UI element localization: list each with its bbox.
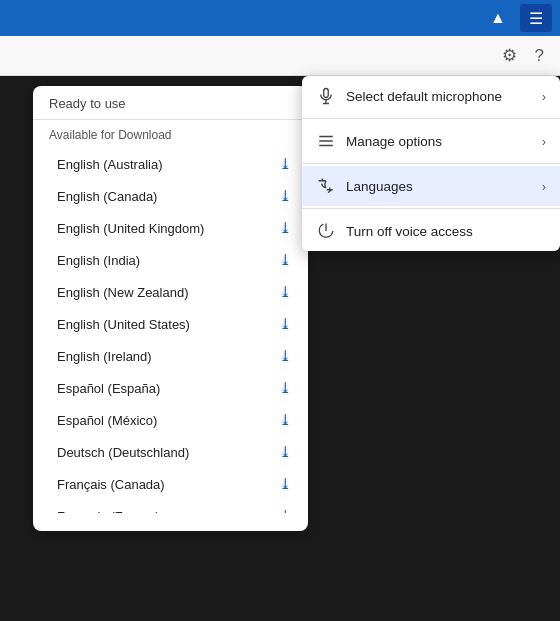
download-icon: ⤓ [279, 315, 292, 333]
language-name: Français (France) [57, 509, 160, 514]
available-section: Available for Download [33, 120, 308, 148]
menu-button[interactable]: ☰ [520, 4, 552, 32]
available-label: Available for Download [49, 128, 292, 142]
download-icon: ⤓ [279, 507, 292, 513]
language-list[interactable]: English (Australia) ⤓ English (Canada) ⤓… [33, 148, 308, 513]
main-area: Ready to use Available for Download Engl… [0, 76, 560, 621]
panel-header: Ready to use [33, 86, 308, 120]
menu-item-label: Manage options [346, 134, 442, 149]
language-item[interactable]: Español (México) ⤓ [33, 404, 308, 436]
manage-options-icon [316, 131, 336, 151]
left-panel: Ready to use Available for Download Engl… [33, 86, 308, 531]
language-name: English (New Zealand) [57, 285, 189, 300]
settings-icon: ⚙ [502, 45, 517, 66]
language-item[interactable]: English (Australia) ⤓ [33, 148, 308, 180]
menu-item-turn-off[interactable]: Turn off voice access [302, 211, 560, 251]
menu-item-content: Languages [316, 176, 413, 196]
top-bar: ▲ ☰ [0, 0, 560, 36]
language-name: English (United States) [57, 317, 190, 332]
menu-icon: ☰ [529, 9, 543, 28]
menu-item-manage-options[interactable]: Manage options › [302, 121, 560, 161]
language-item[interactable]: Deutsch (Deutschland) ⤓ [33, 436, 308, 468]
select-mic-icon [316, 86, 336, 106]
icon-row: ⚙ ? [0, 36, 560, 76]
help-button[interactable]: ? [531, 42, 548, 70]
chevron-up-button[interactable]: ▲ [482, 4, 514, 32]
language-item[interactable]: Français (France) ⤓ [33, 500, 308, 513]
language-name: Español (España) [57, 381, 160, 396]
language-item[interactable]: Español (España) ⤓ [33, 372, 308, 404]
language-item[interactable]: English (United Kingdom) ⤓ [33, 212, 308, 244]
languages-icon [316, 176, 336, 196]
menu-divider [302, 163, 560, 164]
download-icon: ⤓ [279, 155, 292, 173]
language-item[interactable]: English (Canada) ⤓ [33, 180, 308, 212]
language-name: Deutsch (Deutschland) [57, 445, 189, 460]
menu-item-label: Select default microphone [346, 89, 502, 104]
svg-rect-0 [324, 89, 329, 98]
menu-item-content: Select default microphone [316, 86, 502, 106]
context-menu: Select default microphone › Manage optio… [302, 76, 560, 251]
language-name: English (Australia) [57, 157, 163, 172]
language-item[interactable]: Français (Canada) ⤓ [33, 468, 308, 500]
language-item[interactable]: English (United States) ⤓ [33, 308, 308, 340]
menu-item-select-mic[interactable]: Select default microphone › [302, 76, 560, 116]
language-name: Español (México) [57, 413, 157, 428]
menu-item-label: Turn off voice access [346, 224, 473, 239]
chevron-right-icon: › [542, 179, 546, 194]
download-icon: ⤓ [279, 187, 292, 205]
download-icon: ⤓ [279, 347, 292, 365]
menu-item-content: Manage options [316, 131, 442, 151]
menu-item-languages[interactable]: Languages › [302, 166, 560, 206]
language-name: English (Ireland) [57, 349, 152, 364]
settings-button[interactable]: ⚙ [498, 41, 521, 70]
menu-item-content: Turn off voice access [316, 221, 473, 241]
language-name: English (Canada) [57, 189, 157, 204]
download-icon: ⤓ [279, 411, 292, 429]
menu-divider [302, 118, 560, 119]
download-icon: ⤓ [279, 443, 292, 461]
menu-item-label: Languages [346, 179, 413, 194]
language-name: Français (Canada) [57, 477, 165, 492]
status-text: Ready to use [49, 96, 292, 111]
menu-divider [302, 208, 560, 209]
language-name: English (India) [57, 253, 140, 268]
language-item[interactable]: English (India) ⤓ [33, 244, 308, 276]
language-item[interactable]: English (Ireland) ⤓ [33, 340, 308, 372]
chevron-right-icon: › [542, 89, 546, 104]
language-item[interactable]: English (New Zealand) ⤓ [33, 276, 308, 308]
chevron-right-icon: › [542, 134, 546, 149]
download-icon: ⤓ [279, 475, 292, 493]
download-icon: ⤓ [279, 379, 292, 397]
download-icon: ⤓ [279, 219, 292, 237]
chevron-up-icon: ▲ [490, 9, 506, 27]
help-icon: ? [535, 46, 544, 66]
download-icon: ⤓ [279, 283, 292, 301]
turn-off-icon [316, 221, 336, 241]
download-icon: ⤓ [279, 251, 292, 269]
language-name: English (United Kingdom) [57, 221, 204, 236]
